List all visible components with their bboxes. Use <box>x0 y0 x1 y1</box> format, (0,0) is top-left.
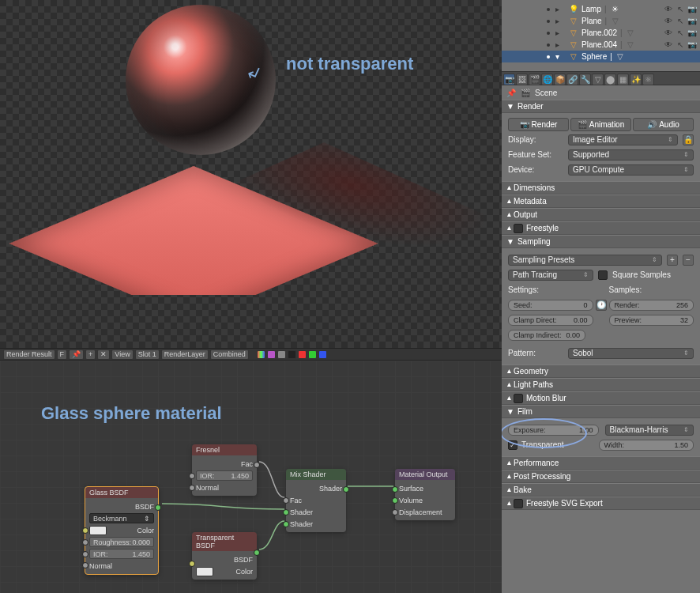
eye-icon[interactable]: 👁 <box>664 5 673 13</box>
channel-g-icon[interactable] <box>308 350 317 359</box>
tab-render-icon[interactable]: 📷 <box>503 74 515 85</box>
camera-icon[interactable]: 📷 <box>687 17 697 25</box>
panel-motionblur-header[interactable]: ▸Motion Blur <box>502 391 700 405</box>
cursor-icon[interactable]: ↖ <box>676 28 685 37</box>
panel-bake-header[interactable]: ▸Bake <box>502 483 700 497</box>
socket-in-volume[interactable] <box>392 497 398 504</box>
device-dropdown[interactable]: GPU Compute⇕ <box>568 164 694 176</box>
panel-postprocessing-header[interactable]: ▸Post Processing <box>502 470 700 483</box>
image-selector[interactable]: Render Result <box>3 349 55 360</box>
pass-selector[interactable]: Combined <box>210 349 249 360</box>
outliner-item-lamp[interactable]: ▸ 💡 Lamp | ☀ 👁↖📷 <box>502 3 700 15</box>
pattern-dropdown[interactable]: Sobol⇕ <box>568 348 694 359</box>
distribution-dropdown[interactable]: Beckmann⇕ <box>89 513 154 523</box>
camera-icon[interactable]: 📷 <box>687 28 697 37</box>
socket-in-normal[interactable] <box>82 562 88 568</box>
panel-performance-header[interactable]: ▸Performance <box>502 456 700 470</box>
socket-in-displacement[interactable] <box>392 509 398 516</box>
seed-clock-icon[interactable]: 🕐 <box>596 300 607 311</box>
square-samples-checkbox[interactable] <box>598 270 608 280</box>
slot-selector[interactable]: Slot 1 <box>135 349 160 360</box>
channel-r-icon[interactable] <box>298 350 307 359</box>
outliner-item-plane[interactable]: ▸ ▽ Plane | ▽ 👁↖📷 <box>502 15 700 27</box>
panel-output-header[interactable]: ▸Output <box>502 208 700 221</box>
socket-in-ior[interactable] <box>189 473 195 479</box>
cursor-icon[interactable]: ↖ <box>676 40 685 49</box>
renderlayer-selector[interactable]: RenderLayer <box>161 349 209 360</box>
cursor-icon[interactable]: ↖ <box>676 5 685 13</box>
socket-in-roughness[interactable] <box>82 539 88 546</box>
preview-samples-field[interactable]: Preview:32 <box>609 315 694 326</box>
seed-field[interactable]: Seed:0 <box>508 300 593 311</box>
tab-renderlayers-icon[interactable]: 🖼 <box>516 74 528 85</box>
color-swatch[interactable] <box>196 567 213 576</box>
socket-out-fac[interactable] <box>254 462 260 468</box>
panel-metadata-header[interactable]: ▸Metadata <box>502 195 700 208</box>
eye-icon[interactable]: 👁 <box>664 40 673 49</box>
node-fresnel[interactable]: Fresnel Fac IOR:1.450 Normal <box>192 444 257 496</box>
socket-in-color[interactable] <box>82 527 88 534</box>
panel-sampling-header[interactable]: ▼Sampling <box>502 235 700 248</box>
socket-in-color[interactable] <box>189 561 195 567</box>
preset-remove-icon[interactable]: − <box>683 255 694 266</box>
socket-in-ior[interactable] <box>82 551 88 557</box>
panel-film-header[interactable]: ▼Film <box>502 405 700 418</box>
tab-object-icon[interactable]: 📦 <box>554 74 566 85</box>
socket-out-shader[interactable] <box>343 486 349 493</box>
tab-particles-icon[interactable]: ✨ <box>630 74 642 85</box>
node-header[interactable]: Mix Shader <box>286 469 346 480</box>
socket-in-shader1[interactable] <box>283 509 289 516</box>
node-header[interactable]: Transparent BSDF <box>192 532 257 551</box>
channel-rgb-icon[interactable] <box>267 350 276 359</box>
socket-out-bsdf[interactable] <box>254 550 260 556</box>
eye-icon[interactable]: 👁 <box>664 28 673 37</box>
pixel-filter-dropdown[interactable]: Blackman-Harris⇕ <box>605 425 694 436</box>
channel-z-icon[interactable] <box>288 350 296 359</box>
pin-icon[interactable]: 📌 <box>506 89 516 97</box>
channel-rgba-icon[interactable] <box>257 350 265 359</box>
camera-icon[interactable]: 📷 <box>687 5 697 13</box>
node-material-output[interactable]: Material Output Surface Volume Displacem… <box>395 469 455 520</box>
animation-button[interactable]: 🎬Animation <box>570 118 631 131</box>
color-swatch[interactable] <box>89 526 107 535</box>
outliner[interactable]: ▸ 💡 Lamp | ☀ 👁↖📷 ▸ ▽ Plane | ▽ 👁↖📷 ▸ ▽ P… <box>502 0 700 71</box>
node-header[interactable]: Fresnel <box>192 444 257 455</box>
freestylesvg-checkbox[interactable] <box>514 499 523 508</box>
lock-icon[interactable]: 🔒 <box>683 134 694 145</box>
ior-field[interactable]: IOR:1.450 <box>196 470 253 481</box>
node-header[interactable]: Glass BSDF <box>85 487 158 498</box>
panel-lightpaths-header[interactable]: ▸Light Paths <box>502 378 700 391</box>
clamp-direct-field[interactable]: Clamp Direct:0.00 <box>508 315 593 326</box>
tab-physics-icon[interactable]: ⚛ <box>642 74 654 85</box>
socket-in-normal[interactable] <box>189 485 195 491</box>
tab-world-icon[interactable]: 🌐 <box>541 74 553 85</box>
socket-in-surface[interactable] <box>392 486 398 493</box>
pin-icon[interactable]: 📌 <box>69 349 84 360</box>
transparent-checkbox[interactable]: ✓ <box>508 440 517 450</box>
sampling-presets-dropdown[interactable]: Sampling Presets⇕ <box>508 255 662 266</box>
node-mix-shader[interactable]: Mix Shader Shader Fac Shader Shader <box>286 469 346 532</box>
channel-b-icon[interactable] <box>318 350 327 359</box>
cursor-icon[interactable]: ↖ <box>676 17 685 25</box>
socket-in-shader2[interactable] <box>283 521 289 527</box>
tab-constraints-icon[interactable]: 🔗 <box>566 74 578 85</box>
filter-width-field[interactable]: Width:1.50 <box>599 440 694 451</box>
panel-render-header[interactable]: ▼Render <box>502 100 700 113</box>
panel-freestyle-header[interactable]: ▸Freestyle <box>502 221 700 235</box>
tab-data-icon[interactable]: ▽ <box>592 74 604 85</box>
panel-freestylesvg-header[interactable]: ▸Freestyle SVG Export <box>502 497 700 510</box>
f-button[interactable]: F <box>57 349 68 360</box>
node-transparent-bsdf[interactable]: Transparent BSDF BSDF Color <box>192 532 257 580</box>
audio-button[interactable]: 🔊Audio <box>633 118 694 131</box>
panel-geometry-header[interactable]: ▸Geometry <box>502 364 700 378</box>
node-header[interactable]: Material Output <box>395 469 455 480</box>
roughness-field[interactable]: Roughness:0.000 <box>89 537 154 547</box>
plus-icon[interactable]: + <box>85 349 96 360</box>
view-menu[interactable]: View <box>111 349 133 360</box>
render-samples-field[interactable]: Render:256 <box>609 300 694 311</box>
render-button[interactable]: 📷Render <box>508 118 569 131</box>
socket-in-fac[interactable] <box>283 497 289 504</box>
eye-icon[interactable]: 👁 <box>664 17 673 25</box>
ior-field[interactable]: IOR:1.450 <box>89 549 154 559</box>
node-glass-bsdf[interactable]: Glass BSDF BSDF Beckmann⇕ Color Roughnes… <box>85 486 159 575</box>
